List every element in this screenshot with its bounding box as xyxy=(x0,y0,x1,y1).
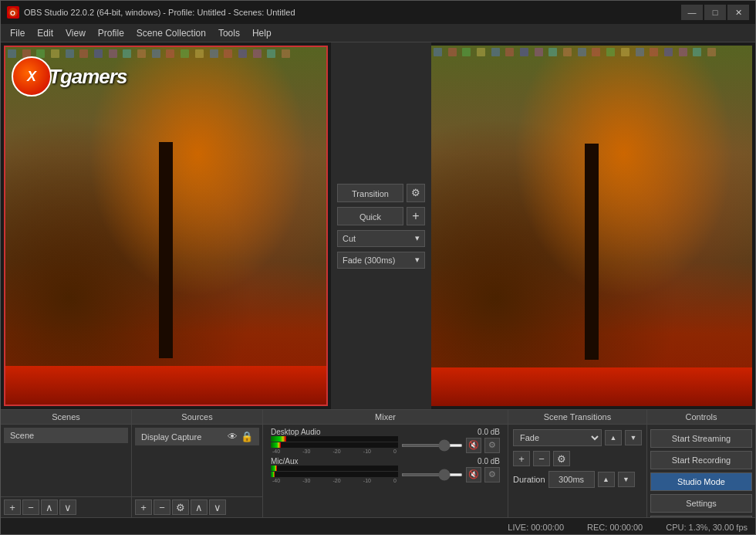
svg-text:O: O xyxy=(10,9,15,17)
logo-text: Tgamers xyxy=(49,65,127,89)
duration-label: Duration xyxy=(513,475,545,484)
preview-logo: X Tgamers xyxy=(12,53,104,100)
mixer-track1-bar1 xyxy=(271,436,398,442)
mixer-track2-label: Mic/Aux xyxy=(271,457,332,466)
mixer-track2-bar2 xyxy=(271,472,398,477)
scenes-toolbar: + − ∧ ∨ xyxy=(1,496,131,517)
start-streaming-btn[interactable]: Start Streaming xyxy=(650,429,752,448)
mixer-panel-content: Desktop Audio 0.0 dB -40-30-20-100 xyxy=(263,425,508,517)
window-title: OBS Studio 22.0.2 (64-bit, windows) - Pr… xyxy=(24,8,681,17)
transitions-duration-row: Duration ▲ ▼ xyxy=(513,471,642,488)
source-lock-icon[interactable]: 🔒 xyxy=(241,431,253,442)
scenes-add-btn[interactable]: + xyxy=(4,499,21,515)
mixer-track2-mute[interactable]: 🔇 xyxy=(466,467,481,483)
sources-remove-btn[interactable]: − xyxy=(154,499,170,515)
transition-panel: Transition ⚙ Quick Transitions + Cut ▾ F… xyxy=(331,42,431,409)
mixer-track1-mute[interactable]: 🔇 xyxy=(466,438,481,453)
transition-label-btn[interactable]: Transition xyxy=(337,184,403,202)
settings-btn[interactable]: Settings xyxy=(650,494,752,513)
menu-edit[interactable]: Edit xyxy=(31,26,59,40)
add-transition-btn[interactable]: + xyxy=(407,207,425,225)
app-icon: O xyxy=(7,6,19,19)
main-area: X Tgamers Transition ⚙ Quick Transitions… xyxy=(1,42,755,409)
mixer-track-2: Mic/Aux 0.0 dB -40-30-20-100 xyxy=(266,455,505,485)
scenes-panel-content: Scene xyxy=(1,425,131,496)
controls-panel: Controls Start Streaming Start Recording… xyxy=(647,410,755,517)
sources-panel-header: Sources xyxy=(132,410,262,425)
menu-file[interactable]: File xyxy=(4,26,31,40)
quick-transitions-btn[interactable]: Quick Transitions xyxy=(337,207,403,225)
mixer-track2-bottom: -40-30-20-100 🔇 ⚙ xyxy=(271,466,500,483)
scenes-panel: Scenes Scene + − ∧ ∨ xyxy=(1,410,132,517)
mixer-track2-settings[interactable]: ⚙ xyxy=(484,467,500,483)
bottom-panels: Scenes Scene + − ∧ ∨ Sources Display Cap… xyxy=(1,409,755,517)
mixer-track1-settings[interactable]: ⚙ xyxy=(484,438,500,453)
transition-settings-btn[interactable]: ⚙ xyxy=(407,184,425,202)
studio-mode-btn[interactable]: Studio Mode xyxy=(650,472,752,491)
sources-add-btn[interactable]: + xyxy=(135,499,152,515)
transitions-select[interactable]: Fade xyxy=(513,429,602,446)
mixer-track1-scale: -40-30-20-100 xyxy=(271,449,398,454)
menu-scene-collection[interactable]: Scene Collection xyxy=(130,26,212,40)
start-recording-btn[interactable]: Start Recording xyxy=(650,451,752,469)
cpu-status: CPU: 1.3%, 30.00 fps xyxy=(666,523,748,532)
minimize-button[interactable]: — xyxy=(681,5,703,20)
cut-dropdown[interactable]: Cut ▾ xyxy=(337,230,425,247)
mixer-track2-meter: -40-30-20-100 xyxy=(271,466,398,483)
rec-status: REC: 00:00:00 xyxy=(587,523,643,532)
transitions-settings-btn[interactable]: ⚙ xyxy=(553,451,570,466)
transitions-toolbar: + − ⚙ xyxy=(513,451,642,466)
menubar: File Edit View Profile Scene Collection … xyxy=(1,24,755,42)
duration-down-btn[interactable]: ▼ xyxy=(618,472,635,487)
mixer-track2-bar1 xyxy=(271,466,398,471)
mixer-track2-db: 0.0 dB xyxy=(465,457,500,466)
add-icon: + xyxy=(412,209,419,223)
scenes-up-btn[interactable]: ∧ xyxy=(41,499,58,515)
source-eye-icon[interactable]: 👁 xyxy=(228,431,238,442)
close-button[interactable]: ✕ xyxy=(727,5,749,20)
transitions-add-btn[interactable]: + xyxy=(513,451,530,466)
menu-help[interactable]: Help xyxy=(246,26,278,40)
mixer-track2-top: Mic/Aux 0.0 dB xyxy=(271,457,500,466)
maximize-button[interactable]: □ xyxy=(704,5,726,20)
sources-panel-content: Display Capture 👁 🔒 xyxy=(132,425,262,496)
sources-down-btn[interactable]: ∨ xyxy=(209,499,226,515)
mixer-track1-top: Desktop Audio 0.0 dB xyxy=(271,428,500,436)
controls-header: Controls xyxy=(647,410,755,425)
preview-right-bg xyxy=(431,46,752,406)
mixer-track1-label: Desktop Audio xyxy=(271,428,332,436)
fade-dropdown-row: Fade (300ms) ▾ xyxy=(337,252,425,269)
transitions-chevron-up[interactable]: ▲ xyxy=(605,430,622,445)
mixer-track-1: Desktop Audio 0.0 dB -40-30-20-100 xyxy=(266,426,505,455)
mixer-track1-slider[interactable] xyxy=(401,444,463,447)
fade-dropdown[interactable]: Fade (300ms) ▾ xyxy=(337,252,425,269)
menu-view[interactable]: View xyxy=(59,26,92,40)
controls-content: Start Streaming Start Recording Studio M… xyxy=(647,425,755,517)
quick-transitions-row: Quick Transitions + xyxy=(337,207,425,225)
menu-tools[interactable]: Tools xyxy=(212,26,246,40)
menu-profile[interactable]: Profile xyxy=(92,26,130,40)
fade-label: Fade (300ms) xyxy=(343,256,395,265)
scenes-remove-btn[interactable]: − xyxy=(22,499,39,515)
sources-up-btn[interactable]: ∧ xyxy=(191,499,208,515)
window-controls: — □ ✕ xyxy=(681,5,749,20)
mixer-track2-slider[interactable] xyxy=(401,473,463,476)
scenes-down-btn[interactable]: ∨ xyxy=(59,499,76,515)
duration-input[interactable] xyxy=(548,471,595,488)
mixer-track1-bottom: -40-30-20-100 🔇 ⚙ xyxy=(271,436,500,454)
transitions-remove-btn[interactable]: − xyxy=(533,451,550,466)
scene-transitions-panel: Scene Transitions Fade ▲ ▼ + − ⚙ Duratio… xyxy=(508,410,647,517)
source-item[interactable]: Display Capture 👁 🔒 xyxy=(135,428,259,445)
scene-transitions-content: Fade ▲ ▼ + − ⚙ Duration ▲ ▼ xyxy=(508,425,646,517)
duration-up-btn[interactable]: ▲ xyxy=(598,472,615,487)
transitions-chevron-down[interactable]: ▼ xyxy=(625,430,642,445)
scene-item[interactable]: Scene xyxy=(4,428,128,443)
preview-left-bg: X Tgamers xyxy=(5,47,326,405)
titlebar: O OBS Studio 22.0.2 (64-bit, windows) - … xyxy=(1,1,755,24)
exit-btn[interactable]: Exit xyxy=(650,516,752,517)
mixer-track1-meter: -40-30-20-100 xyxy=(271,436,398,454)
sources-settings-btn[interactable]: ⚙ xyxy=(172,499,189,515)
preview-right xyxy=(431,46,752,406)
mixer-panel-header: Mixer xyxy=(263,410,508,425)
scenes-panel-header: Scenes xyxy=(1,410,131,425)
